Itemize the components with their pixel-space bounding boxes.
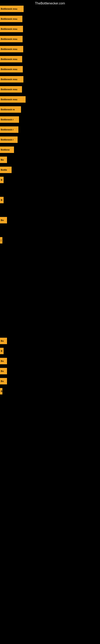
bottleneck-bar[interactable]: Bottleneck resu <box>0 66 23 72</box>
bottleneck-bar[interactable]: B <box>0 348 3 354</box>
bottleneck-bar[interactable]: Bottleneck resu <box>0 36 23 42</box>
bottleneck-bar[interactable]: Bottleneck resu <box>0 26 23 32</box>
bottleneck-label: Bottleneck resu <box>1 58 17 60</box>
bottleneck-bar[interactable]: Bottleneck r <box>0 136 18 143</box>
bottleneck-label: Bo <box>1 360 4 362</box>
bottleneck-bar[interactable]: Bo <box>0 338 7 344</box>
bottleneck-label: Bo <box>1 370 4 372</box>
bottleneck-label: Bottleneck resu <box>1 18 17 20</box>
bottleneck-bar[interactable]: Bottleneck resu <box>0 86 22 92</box>
bottleneck-bar[interactable]: Bottleneck r <box>0 126 18 133</box>
bottleneck-label: Bottlene <box>1 148 10 151</box>
bottleneck-label: Bottleneck r <box>1 118 14 121</box>
bottleneck-bar[interactable]: Bottleneck resu <box>0 76 23 82</box>
bottleneck-label: Bottleneck resu <box>1 68 17 70</box>
bottleneck-label: Bottle <box>1 169 7 171</box>
bottleneck-label: Bottleneck r <box>1 138 14 141</box>
bottleneck-label: Bottleneck resu <box>1 78 17 80</box>
bottleneck-bar[interactable]: Bo <box>0 368 7 374</box>
bottleneck-bar[interactable]: Bottleneck resu <box>0 96 26 103</box>
bottleneck-label: Bo <box>1 219 4 222</box>
bottleneck-label: Bottleneck resu <box>1 28 17 30</box>
bottleneck-label: Bottleneck re <box>1 108 15 111</box>
bottleneck-bar[interactable]: Bottleneck resu <box>0 16 22 22</box>
bottleneck-label: Bottleneck resu <box>1 38 17 40</box>
bottleneck-label: Bo <box>1 158 4 161</box>
bottleneck-bar[interactable]: | <box>0 237 2 244</box>
bottleneck-bar[interactable]: Bottleneck resu <box>0 46 23 52</box>
bottleneck-bar[interactable]: Bo <box>0 156 7 163</box>
bottleneck-label: B <box>1 199 2 201</box>
bottleneck-label: Bottleneck resu <box>1 48 17 50</box>
bottleneck-bar[interactable]: Bottleneck re <box>0 106 21 113</box>
bottleneck-bar[interactable]: Bottleneck r <box>0 116 19 123</box>
bottleneck-label: Bottleneck r <box>1 128 14 131</box>
bottleneck-bar[interactable]: Bottle <box>0 167 12 173</box>
bottleneck-label: Bo <box>1 340 4 342</box>
bottleneck-bar[interactable]: B <box>0 177 3 183</box>
bottleneck-label: Bottleneck resu <box>1 8 17 10</box>
bottleneck-bar[interactable]: B <box>0 388 2 394</box>
bottleneck-label: | <box>1 239 1 242</box>
bottleneck-bar[interactable]: Bo <box>0 358 7 364</box>
bottleneck-label: Bottleneck resu <box>1 98 17 100</box>
bottleneck-bar[interactable]: Bo <box>0 217 7 224</box>
bottleneck-label: B <box>1 390 2 392</box>
bottleneck-bar[interactable]: B <box>0 197 3 203</box>
bottleneck-bar[interactable]: Bottleneck resu <box>0 56 22 62</box>
bottleneck-bar[interactable]: Bottleneck resu <box>0 6 24 12</box>
bottleneck-bar[interactable]: Bottlene <box>0 146 14 153</box>
bottleneck-bar[interactable]: Bo <box>0 378 7 384</box>
bottleneck-label: B <box>1 350 2 352</box>
bottleneck-label: Bo <box>1 380 4 382</box>
bottleneck-label: B <box>1 179 2 181</box>
bottleneck-label: Bottleneck resu <box>1 88 17 90</box>
